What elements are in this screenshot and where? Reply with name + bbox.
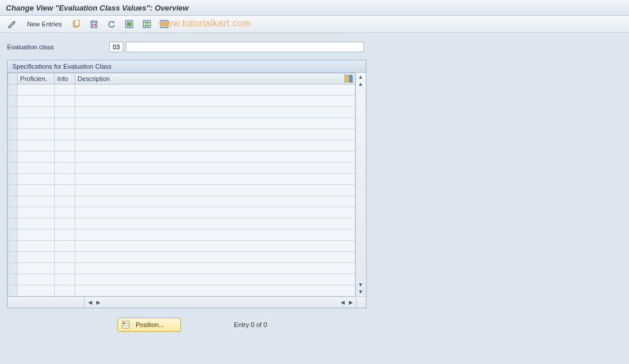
cell-info[interactable] [55, 207, 75, 218]
row-selector[interactable] [8, 252, 18, 263]
cell-info[interactable] [55, 129, 75, 140]
copy-as-icon[interactable] [69, 18, 84, 30]
cell-proficiency[interactable] [18, 96, 55, 107]
cell-proficiency[interactable] [18, 285, 55, 296]
cell-description[interactable] [75, 96, 355, 107]
cell-description[interactable] [75, 129, 355, 140]
scroll-left-step-icon[interactable]: ◀ [338, 298, 347, 306]
scroll-up-icon-2[interactable]: ▲ [356, 80, 365, 88]
cell-proficiency[interactable] [18, 185, 55, 196]
row-selector[interactable] [8, 118, 18, 129]
cell-info[interactable] [55, 252, 75, 263]
cell-proficiency[interactable] [18, 196, 55, 207]
cell-description[interactable] [75, 185, 355, 196]
scroll-left-icon[interactable]: ◀ [86, 298, 94, 306]
row-selector[interactable] [8, 174, 18, 185]
table-config-button[interactable] [344, 73, 355, 85]
cell-description[interactable] [75, 140, 355, 151]
cell-description[interactable] [75, 174, 355, 185]
cell-proficiency[interactable] [18, 118, 55, 129]
row-selector[interactable] [8, 85, 18, 96]
row-selector[interactable] [8, 263, 18, 274]
cell-description[interactable] [75, 285, 355, 296]
cell-info[interactable] [55, 151, 75, 163]
evaluation-class-description-input[interactable] [126, 42, 364, 52]
cell-info[interactable] [55, 230, 75, 241]
new-entries-button[interactable]: New Entries [22, 18, 66, 30]
cell-description[interactable] [75, 241, 355, 252]
cell-proficiency[interactable] [18, 252, 55, 263]
cell-info[interactable] [55, 85, 75, 96]
row-selector[interactable] [8, 140, 18, 151]
cell-proficiency[interactable] [18, 230, 55, 241]
row-selector[interactable] [8, 196, 18, 207]
cell-description[interactable] [75, 230, 355, 241]
cell-proficiency[interactable] [18, 263, 55, 274]
cell-proficiency[interactable] [18, 274, 55, 285]
cell-description[interactable] [75, 85, 355, 96]
cell-info[interactable] [55, 96, 75, 107]
position-button[interactable]: Position... [117, 318, 181, 332]
cell-proficiency[interactable] [18, 174, 55, 185]
toggle-display-change-icon[interactable] [5, 18, 20, 30]
cell-proficiency[interactable] [18, 140, 55, 151]
cell-info[interactable] [55, 263, 75, 274]
row-selector[interactable] [8, 230, 18, 241]
row-selector[interactable] [8, 107, 18, 118]
cell-proficiency[interactable] [18, 85, 55, 96]
select-block-icon[interactable] [139, 18, 154, 30]
cell-proficiency[interactable] [18, 218, 55, 230]
cell-proficiency[interactable] [18, 163, 55, 174]
row-selector[interactable] [8, 185, 18, 196]
cell-info[interactable] [55, 185, 75, 196]
cell-proficiency[interactable] [18, 207, 55, 218]
undo-change-icon[interactable] [104, 18, 119, 30]
cell-description[interactable] [75, 118, 355, 129]
cell-info[interactable] [55, 118, 75, 129]
delete-icon[interactable] [86, 18, 102, 30]
row-selector[interactable] [8, 96, 18, 107]
cell-proficiency[interactable] [18, 107, 55, 118]
cell-description[interactable] [75, 196, 355, 207]
row-selector[interactable] [8, 218, 18, 230]
cell-description[interactable] [75, 218, 355, 230]
row-selector[interactable] [8, 163, 18, 174]
evaluation-class-input[interactable] [109, 42, 123, 52]
cell-description[interactable] [75, 151, 355, 163]
cell-proficiency[interactable] [18, 151, 55, 163]
cell-info[interactable] [55, 196, 75, 207]
row-selector[interactable] [8, 151, 18, 163]
row-selector[interactable] [8, 207, 18, 218]
scroll-down-icon[interactable]: ▼ [356, 288, 365, 296]
row-selector[interactable] [8, 129, 18, 140]
cell-description[interactable] [75, 252, 355, 263]
col-header-proficiency[interactable]: Proficien. [18, 73, 55, 85]
cell-info[interactable] [55, 274, 75, 285]
col-header-description[interactable]: Description [75, 73, 345, 85]
cell-description[interactable] [75, 107, 355, 118]
cell-info[interactable] [55, 163, 75, 174]
cell-proficiency[interactable] [18, 241, 55, 252]
cell-description[interactable] [75, 207, 355, 218]
cell-info[interactable] [55, 140, 75, 151]
select-all-icon[interactable] [122, 18, 137, 30]
cell-description[interactable] [75, 263, 355, 274]
horizontal-scrollbar[interactable]: ◀ ▶ ◀ ▶ [8, 296, 366, 308]
scroll-right-icon[interactable]: ▶ [347, 298, 355, 306]
col-header-info[interactable]: Info [55, 73, 75, 85]
row-selector-header[interactable] [8, 73, 18, 85]
cell-proficiency[interactable] [18, 129, 55, 140]
cell-info[interactable] [55, 218, 75, 230]
cell-info[interactable] [55, 107, 75, 118]
cell-description[interactable] [75, 274, 355, 285]
deselect-all-icon[interactable] [157, 18, 172, 30]
scroll-right-step-icon[interactable]: ▶ [94, 298, 102, 306]
cell-info[interactable] [55, 241, 75, 252]
cell-info[interactable] [55, 174, 75, 185]
row-selector[interactable] [8, 241, 18, 252]
row-selector[interactable] [8, 285, 18, 296]
cell-description[interactable] [75, 163, 355, 174]
cell-info[interactable] [55, 285, 75, 296]
vertical-scrollbar[interactable]: ▲ ▲ ▼ ▼ [355, 73, 365, 296]
row-selector[interactable] [8, 274, 18, 285]
